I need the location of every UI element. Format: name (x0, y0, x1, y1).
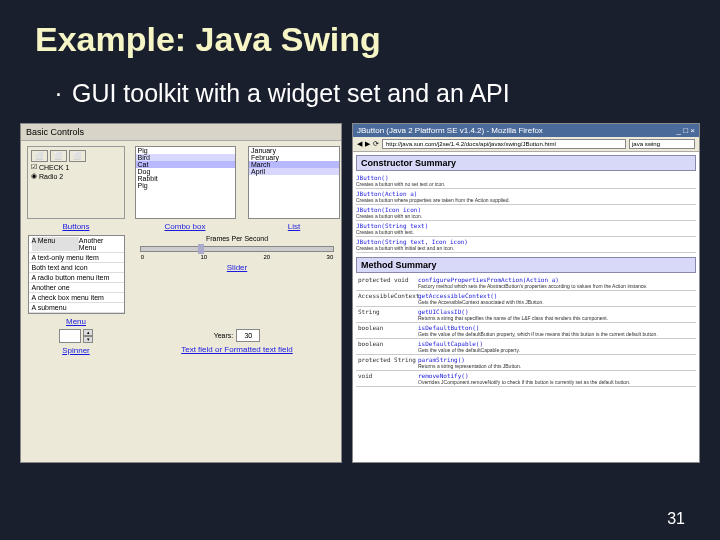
browser-toolbar: ◀ ▶ ⟳ http://java.sun.com/j2se/1.4.2/doc… (353, 137, 699, 152)
list-cell: January February March April List (244, 146, 344, 231)
swing-widget-demo: Basic Controls ⬜⬜⬜ ☑ CHECK 1 ◉ Radio 2 B… (20, 123, 342, 463)
slider-cell: Frames Per Second 0 10 20 30 Slider (130, 235, 344, 325)
tab-basic-controls: Basic Controls (21, 124, 341, 141)
buttons-label: Buttons (62, 222, 89, 231)
spinner-input (59, 329, 81, 343)
screenshot-row: Basic Controls ⬜⬜⬜ ☑ CHECK 1 ◉ Radio 2 B… (0, 123, 720, 463)
method-row: StringgetUIClassID()Returns a string tha… (356, 307, 696, 323)
window-controls-icon: _ □ × (677, 126, 695, 135)
nav-fwd-icon: ▶ (365, 140, 370, 148)
mini-button: ⬜ (31, 150, 48, 162)
reload-icon: ⟳ (373, 140, 379, 148)
method-row: booleanisDefaultCapable()Gets the value … (356, 339, 696, 355)
slider-thumb (198, 244, 204, 254)
list-label: List (288, 222, 300, 231)
address-bar: http://java.sun.com/j2se/1.4.2/docs/api/… (382, 139, 626, 149)
constructor-row: JButton(Action a)Creates a button where … (356, 189, 696, 205)
spinner-up-icon: ▴ (83, 329, 93, 336)
constructor-row: JButton(String text)Creates a button wit… (356, 221, 696, 237)
slider-title: Frames Per Second (206, 235, 268, 242)
radio-row: ◉ Radio 2 (31, 172, 121, 180)
constructor-summary-header: Constructor Summary (356, 155, 696, 171)
slider-track (140, 246, 335, 252)
buttons-cell: ⬜⬜⬜ ☑ CHECK 1 ◉ Radio 2 Buttons (26, 146, 126, 231)
menu-cell: A MenuAnother Menu A text-only menu item… (26, 235, 126, 325)
textfield-input: 30 (236, 329, 260, 342)
method-row: protected StringparamString()Returns a s… (356, 355, 696, 371)
method-row: booleanisDefaultButton()Gets the value o… (356, 323, 696, 339)
nav-back-icon: ◀ (357, 140, 362, 148)
method-row: protected voidconfigurePropertiesFromAct… (356, 275, 696, 291)
textfield-cell: Years: 30 Text field or Formatted text f… (130, 329, 344, 389)
page-number: 31 (667, 510, 685, 528)
spinner-cell: ▴▾ Spinner (26, 329, 126, 389)
constructor-row: JButton(Icon icon)Creates a button with … (356, 205, 696, 221)
search-box: java swing (629, 139, 695, 149)
menu-label: Menu (66, 317, 86, 326)
method-row: AccessibleContextgetAccessibleContext()G… (356, 291, 696, 307)
method-row: voidremoveNotify()Overrides JComponent.r… (356, 371, 696, 387)
textfield-label: Text field or Formatted text field (181, 345, 293, 354)
constructor-row: JButton()Creates a button with no set te… (356, 173, 696, 189)
checkbox-row: ☑ CHECK 1 (31, 163, 121, 171)
slide-title: Example: Java Swing (0, 0, 720, 69)
browser-titlebar: JButton (Java 2 Platform SE v1.4.2) - Mo… (353, 124, 699, 137)
bullet-text: GUI toolkit with a widget set and an API (0, 69, 720, 123)
mini-button: ⬜ (50, 150, 67, 162)
combobox-label: Combo box (165, 222, 206, 231)
spinner-label: Spinner (62, 346, 90, 355)
combobox-cell: Pig Bird Cat Dog Rabbit Pig Combo box (130, 146, 240, 231)
method-summary-header: Method Summary (356, 257, 696, 273)
javadoc-browser: JButton (Java 2 Platform SE v1.4.2) - Mo… (352, 123, 700, 463)
slider-label: Slider (227, 263, 247, 272)
mini-button: ⬜ (69, 150, 86, 162)
constructor-row: JButton(String text, Icon icon)Creates a… (356, 237, 696, 253)
spinner-down-icon: ▾ (83, 336, 93, 343)
